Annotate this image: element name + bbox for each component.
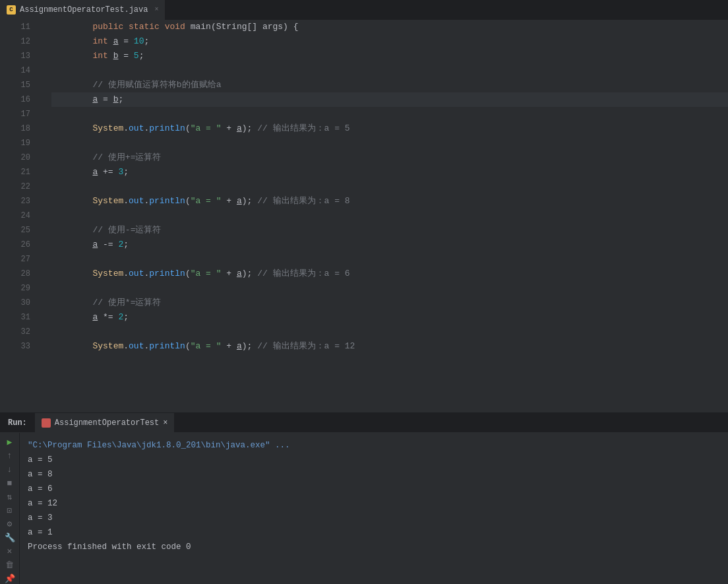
close-output-button[interactable]: ✕: [3, 546, 17, 557]
code-line: [51, 63, 728, 78]
trash-button[interactable]: 🗑: [3, 560, 17, 571]
run-output: "C:\Program Files\Java\jdk1.8.0_201\bin\…: [20, 433, 728, 584]
code-line: a += 3;: [51, 165, 728, 179]
settings-button[interactable]: ⚙: [3, 519, 17, 530]
line-number: 13: [0, 49, 38, 63]
line-numbers: 111213141516💡171819202122232425262728293…: [0, 20, 46, 412]
run-panel: Run: AssignmentOperatorTest × ▶ ↑ ↓ ■ ⇅ …: [0, 412, 728, 584]
play-button[interactable]: ▶: [3, 437, 17, 448]
run-toolbar: ▶ ↑ ↓ ■ ⇅ ⊡ ⚙ 🔧 ✕ 🗑 📌: [0, 433, 20, 584]
run-output-line: a = 3: [28, 511, 720, 525]
code-line: a -= 2;: [51, 238, 728, 252]
line-number: 28: [0, 267, 38, 281]
line-number: 32: [0, 325, 38, 339]
scroll-up-button[interactable]: ↑: [3, 451, 17, 462]
line-number: 21: [0, 165, 38, 179]
run-tab[interactable]: AssignmentOperatorTest ×: [35, 413, 175, 433]
line-number: 23: [0, 194, 38, 209]
code-line: System.out.println("a = " + a); // 输出结果为…: [51, 121, 728, 136]
run-tab-close[interactable]: ×: [163, 418, 167, 428]
run-tab-bar: Run: AssignmentOperatorTest ×: [0, 413, 728, 433]
line-number: 19: [0, 136, 38, 150]
code-line: [51, 136, 728, 150]
run-tab-icon: [42, 418, 51, 428]
code-line: a *= 2;: [51, 310, 728, 325]
run-output-line: a = 6: [28, 482, 720, 496]
scroll-down-button[interactable]: ↓: [3, 464, 17, 475]
code-editor: 111213141516💡171819202122232425262728293…: [0, 20, 728, 412]
line-number: 11: [0, 20, 38, 34]
line-number: 14: [0, 63, 38, 78]
run-cmd-line: "C:\Program Files\Java\jdk1.8.0_201\bin\…: [28, 438, 720, 453]
code-line: [51, 107, 728, 121]
tab-bar: C AssignmentOperatorTest.java ×: [0, 0, 728, 20]
code-line: // 使用-=运算符: [51, 223, 728, 238]
wrench-button[interactable]: 🔧: [3, 532, 17, 543]
run-output-line: a = 1: [28, 525, 720, 540]
rerun-button[interactable]: ⇅: [3, 492, 17, 503]
code-line: System.out.println("a = " + a); // 输出结果为…: [51, 267, 728, 281]
stop-button[interactable]: ■: [3, 478, 17, 489]
code-line: int b = 5;: [51, 49, 728, 63]
code-line: [51, 252, 728, 267]
code-line: [51, 281, 728, 296]
pin2-button[interactable]: 📌: [3, 573, 17, 584]
run-output-line: a = 5: [28, 453, 720, 467]
line-number: 33: [0, 339, 38, 354]
line-number: 22: [0, 179, 38, 194]
editor-area: 111213141516💡171819202122232425262728293…: [0, 20, 728, 412]
run-tab-label: AssignmentOperatorTest: [55, 418, 159, 428]
editor-tab[interactable]: C AssignmentOperatorTest.java ×: [0, 0, 166, 20]
code-line: // 使用*=运算符: [51, 296, 728, 310]
code-line: // 使用赋值运算符将b的值赋给a: [51, 78, 728, 92]
code-content[interactable]: public static void main(String[] args) {…: [46, 20, 728, 412]
line-number: 25: [0, 223, 38, 238]
code-line: [51, 209, 728, 223]
line-number: 30: [0, 296, 38, 310]
tab-close-button[interactable]: ×: [154, 6, 158, 13]
line-number: 24: [0, 209, 38, 223]
line-number: 12: [0, 34, 38, 49]
line-number: 20: [0, 150, 38, 165]
tab-label: AssignmentOperatorTest.java: [20, 5, 148, 15]
code-line: // 使用+=运算符: [51, 150, 728, 165]
java-file-icon: C: [7, 5, 16, 15]
code-line: System.out.println("a = " + a); // 输出结果为…: [51, 194, 728, 209]
line-number: 31: [0, 310, 38, 325]
run-label: Run:: [0, 418, 35, 428]
code-line: int a = 10;: [51, 34, 728, 49]
code-line: [51, 325, 728, 339]
line-number: 26: [0, 238, 38, 252]
line-number: 18: [0, 121, 38, 136]
code-line: System.out.println("a = " + a); // 输出结果为…: [51, 339, 728, 354]
line-number: 29: [0, 281, 38, 296]
line-number: 16💡: [0, 92, 38, 107]
pin-button[interactable]: ⊡: [3, 505, 17, 516]
line-number: 15: [0, 78, 38, 92]
run-output-line: a = 12: [28, 496, 720, 511]
code-line: public static void main(String[] args) {: [51, 20, 728, 34]
line-number: 17: [0, 107, 38, 121]
run-body: ▶ ↑ ↓ ■ ⇅ ⊡ ⚙ 🔧 ✕ 🗑 📌 "C:\Program Files\…: [0, 433, 728, 584]
code-line: [51, 179, 728, 194]
code-line: a = b;: [51, 92, 728, 107]
line-number: 27: [0, 252, 38, 267]
run-finish-line: Process finished with exit code 0: [28, 540, 720, 554]
run-output-line: a = 8: [28, 467, 720, 482]
